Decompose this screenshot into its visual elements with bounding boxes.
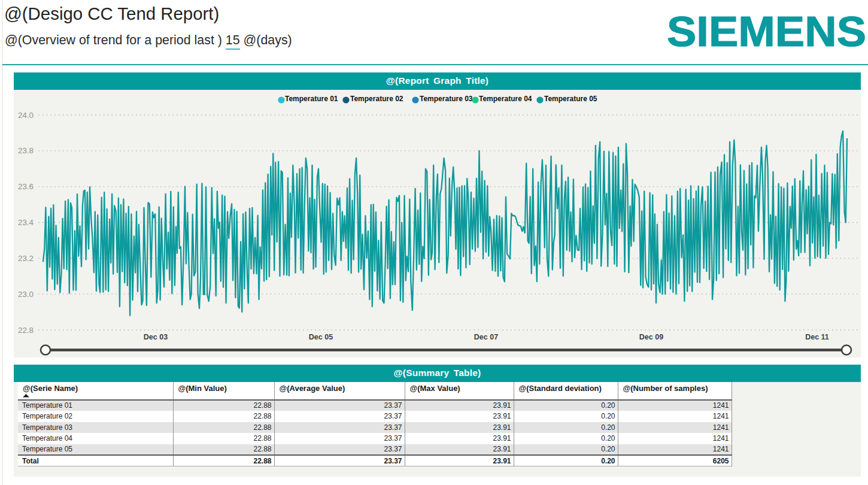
svg-text:22.8: 22.8 bbox=[18, 326, 34, 335]
svg-text:24.0: 24.0 bbox=[18, 111, 34, 120]
svg-text:Dec 11: Dec 11 bbox=[805, 333, 829, 341]
svg-text:23.2: 23.2 bbox=[18, 254, 34, 263]
svg-text:23.8: 23.8 bbox=[18, 146, 34, 155]
svg-text:Temperature 04: Temperature 04 bbox=[479, 95, 532, 103]
svg-text:SIEMENS: SIEMENS bbox=[667, 15, 866, 51]
svg-text:Temperature 03: Temperature 03 bbox=[420, 95, 473, 103]
svg-text:Temperature 01: Temperature 01 bbox=[285, 95, 338, 103]
svg-text:Temperature 05: Temperature 05 bbox=[544, 95, 597, 103]
svg-text:Dec 07: Dec 07 bbox=[474, 333, 498, 341]
svg-text:23.6: 23.6 bbox=[18, 182, 34, 191]
svg-text:Dec 09: Dec 09 bbox=[639, 333, 663, 341]
svg-text:Dec 05: Dec 05 bbox=[309, 333, 333, 341]
svg-text:23.4: 23.4 bbox=[18, 218, 34, 227]
svg-text:Dec 03: Dec 03 bbox=[144, 333, 168, 341]
svg-text:Temperature 02: Temperature 02 bbox=[350, 95, 403, 103]
svg-text:23.0: 23.0 bbox=[18, 290, 34, 299]
